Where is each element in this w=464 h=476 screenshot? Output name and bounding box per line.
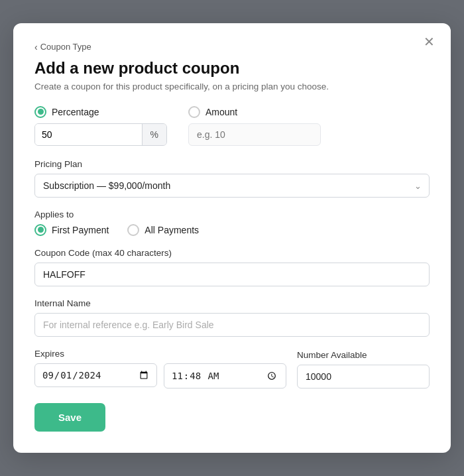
internal-name-input[interactable] xyxy=(34,313,430,337)
time-input-wrap xyxy=(164,363,286,389)
amount-option: Amount xyxy=(188,106,430,146)
modal: ✕ ‹ Coupon Type Add a new product coupon… xyxy=(13,23,451,453)
coupon-code-label: Coupon Code (max 40 characters) xyxy=(34,248,430,258)
modal-title: Add a new product coupon xyxy=(34,59,430,78)
coupon-code-input[interactable] xyxy=(34,263,430,286)
save-button[interactable]: Save xyxy=(34,403,105,432)
number-available-col: Number Available xyxy=(297,350,430,388)
percentage-radio[interactable] xyxy=(34,106,46,118)
first-payment-radio[interactable] xyxy=(34,224,46,236)
back-link[interactable]: ‹ Coupon Type xyxy=(34,42,91,52)
percentage-radio-label[interactable]: Percentage xyxy=(34,106,167,118)
expires-col: Expires xyxy=(34,349,286,389)
back-link-label: Coupon Type xyxy=(40,42,91,52)
percentage-option: Percentage % xyxy=(34,106,167,146)
expires-label: Expires xyxy=(34,349,286,359)
all-payments-label: All Payments xyxy=(145,225,199,235)
number-available-label: Number Available xyxy=(297,350,430,360)
modal-subtitle: Create a coupon for this product specifi… xyxy=(34,82,430,91)
expires-row: Expires Number Available xyxy=(34,349,430,389)
coupon-type-row: Percentage % Amount xyxy=(34,106,430,146)
coupon-code-group: Coupon Code (max 40 characters) xyxy=(34,248,430,286)
percentage-input[interactable] xyxy=(35,124,142,145)
all-payments-radio[interactable] xyxy=(127,224,139,236)
amount-radio-label[interactable]: Amount xyxy=(188,106,430,118)
all-payments-radio-label[interactable]: All Payments xyxy=(127,224,199,236)
expires-date-input[interactable] xyxy=(34,363,157,387)
expires-time-input[interactable] xyxy=(164,363,286,389)
pricing-plan-label: Pricing Plan xyxy=(34,159,430,169)
chevron-left-icon: ‹ xyxy=(34,42,38,52)
internal-name-label: Internal Name xyxy=(34,298,430,308)
pricing-plan-select-wrapper: Subscription — $99,000/month ⌄ xyxy=(34,174,430,198)
percentage-label: Percentage xyxy=(52,107,99,117)
date-time-row xyxy=(34,363,286,389)
percentage-input-wrapper: % xyxy=(34,123,167,146)
applies-to-label: Applies to xyxy=(34,209,430,219)
first-payment-label: First Payment xyxy=(52,225,109,235)
modal-overlay: ✕ ‹ Coupon Type Add a new product coupon… xyxy=(0,0,464,476)
applies-to-group: Applies to First Payment All Payments xyxy=(34,209,430,236)
amount-input[interactable] xyxy=(188,123,321,146)
pricing-plan-select[interactable]: Subscription — $99,000/month xyxy=(34,174,430,198)
amount-radio[interactable] xyxy=(188,106,200,118)
pricing-plan-group: Pricing Plan Subscription — $99,000/mont… xyxy=(34,159,430,198)
close-button[interactable]: ✕ xyxy=(420,34,439,50)
number-available-input[interactable] xyxy=(297,365,430,388)
amount-label: Amount xyxy=(205,107,237,117)
applies-to-row: First Payment All Payments xyxy=(34,224,430,236)
percentage-suffix: % xyxy=(142,124,166,145)
first-payment-radio-label[interactable]: First Payment xyxy=(34,224,109,236)
internal-name-group: Internal Name xyxy=(34,298,430,337)
date-input-wrap xyxy=(34,363,157,389)
